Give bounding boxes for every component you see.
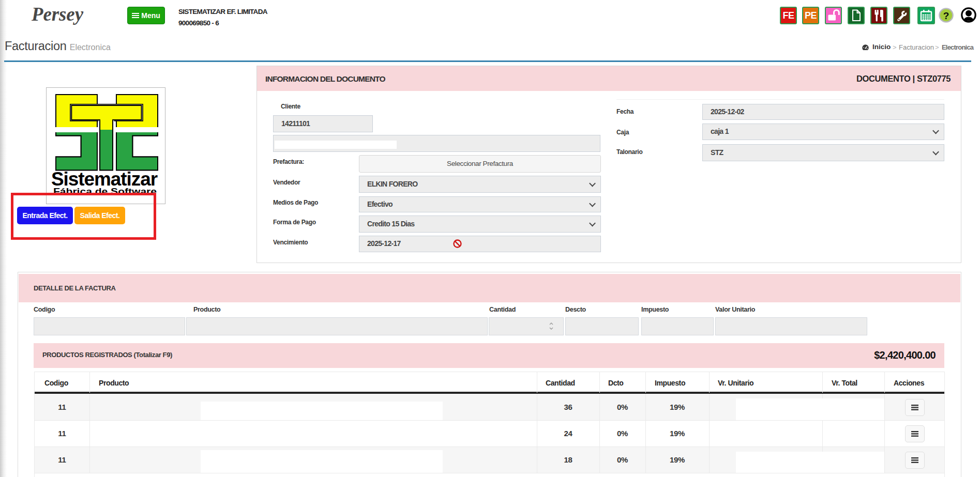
svg-text:Persey: Persey [31, 3, 83, 25]
svg-text:?: ? [943, 10, 949, 21]
